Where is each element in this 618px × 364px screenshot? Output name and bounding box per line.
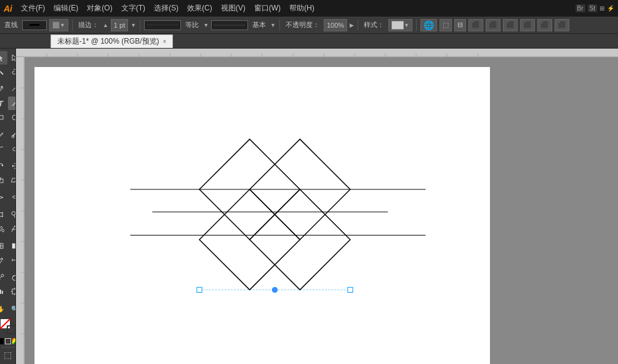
dash-dropdown[interactable]: ▼ [203, 22, 209, 28]
opacity-value-input[interactable]: 100% [324, 19, 347, 31]
svg-rect-4 [0, 116, 3, 119]
sync-icon[interactable]: ⚡ [607, 5, 614, 12]
base-pattern-btn[interactable] [211, 20, 248, 30]
perspective-grid-tool[interactable] [8, 222, 16, 235]
svg-marker-9 [12, 165, 14, 167]
selection-tool[interactable] [0, 51, 7, 65]
curvature-tool[interactable] [8, 82, 16, 96]
line-tool[interactable] [8, 97, 16, 110]
menu-effect[interactable]: 效果(C) [183, 2, 216, 15]
menu-edit[interactable]: 编辑(E) [50, 2, 82, 15]
eyedropper-tool[interactable] [0, 253, 7, 267]
direct-select-tool[interactable] [8, 51, 16, 65]
dash-label: 等比 [183, 20, 201, 30]
menu-text[interactable]: 文字(T) [118, 2, 149, 15]
app-switcher-icon[interactable]: ⊞ [600, 5, 604, 12]
mesh-tool[interactable] [0, 239, 7, 253]
tool-row-17: ✋ 🔍 [0, 302, 16, 315]
stroke-value-input[interactable]: 1 pt [111, 19, 128, 31]
align-center[interactable]: ⬛ [486, 19, 500, 31]
stroke-mode-btn[interactable] [5, 338, 11, 344]
svg-line-0 [1, 72, 3, 74]
base-label: 基本 [251, 20, 268, 30]
paint-bucket-tool[interactable] [0, 222, 7, 235]
align-left[interactable]: ⬛ [468, 19, 483, 31]
symbol-sprayer-tool[interactable] [8, 271, 16, 284]
align-top[interactable]: ⬛ [520, 19, 535, 31]
stroke-color-btn[interactable] [22, 20, 47, 30]
shear-tool[interactable] [8, 173, 16, 187]
style-label: 样式： [362, 20, 386, 30]
measure-tool[interactable] [8, 253, 16, 267]
blend-tool[interactable] [0, 271, 7, 284]
tool-row-15 [0, 271, 16, 284]
pencil-tool[interactable] [0, 128, 7, 141]
menu-help[interactable]: 帮助(H) [286, 2, 318, 15]
hand-tool[interactable]: ✋ [0, 302, 7, 315]
fill-mode-btn[interactable] [0, 338, 4, 344]
style-preview[interactable]: ▼ [388, 19, 412, 31]
width-tool[interactable] [0, 191, 7, 204]
svg-rect-14 [0, 213, 2, 216]
title-bar: Ai 文件(F) 编辑(E) 对象(O) 文字(T) 选择(S) 效果(C) 视… [0, 0, 618, 17]
rect-tool[interactable] [0, 111, 7, 124]
artboard-tool[interactable] [8, 285, 16, 298]
screen-mode-btn[interactable]: ⬚ [4, 350, 12, 360]
blob-brush-tool[interactable] [8, 142, 16, 156]
fill-color-btn[interactable]: ▼ [49, 19, 68, 31]
stroke-dropdown[interactable]: ▼ [130, 22, 136, 28]
drawing-svg [34, 67, 490, 364]
rotate-tool[interactable] [0, 159, 7, 173]
align-mid[interactable]: ⬛ [537, 19, 552, 31]
canvas-area [16, 49, 618, 364]
tab-title: 未标题-1* @ 100% (RGB/预览) [57, 36, 159, 47]
main-area: T [0, 49, 618, 364]
tool-row-5 [0, 111, 16, 124]
align-bottom[interactable]: ⬛ [555, 19, 569, 31]
brush-tool[interactable] [8, 128, 16, 141]
base-dropdown[interactable]: ▼ [270, 22, 276, 28]
handle-left[interactable] [197, 287, 202, 292]
magic-wand-tool[interactable] [0, 65, 7, 79]
opacity-right-arrow[interactable]: ▶ [350, 22, 354, 28]
text-tool[interactable]: T [0, 97, 7, 110]
menu-window[interactable]: 窗口(W) [251, 2, 284, 15]
vertical-ruler [16, 57, 25, 364]
svg-point-16 [2, 212, 3, 213]
column-graph-tool[interactable] [0, 285, 7, 298]
lasso-tool[interactable] [8, 65, 16, 79]
ellipse-tool[interactable] [8, 111, 16, 124]
dash-pattern-btn[interactable] [144, 20, 181, 30]
menu-object[interactable]: 对象(O) [83, 2, 116, 15]
web-icon-btn[interactable]: 🌐 [420, 19, 437, 31]
separator-3 [279, 20, 280, 31]
shaper-tool[interactable] [0, 142, 7, 156]
menu-select[interactable]: 选择(S) [150, 2, 182, 15]
arrange-btn2[interactable]: ⊟ [454, 19, 466, 31]
free-transform-tool[interactable] [0, 208, 7, 221]
handle-right[interactable] [348, 287, 353, 292]
tool-row-10 [0, 191, 16, 204]
tab-close-btn[interactable]: × [163, 38, 167, 45]
align-right[interactable]: ⬛ [503, 19, 518, 31]
document-tab[interactable]: 未标题-1* @ 100% (RGB/预览) × [50, 34, 173, 48]
pen-tool[interactable] [0, 82, 7, 96]
tab-bar: 未标题-1* @ 100% (RGB/预览) × [0, 34, 618, 49]
menu-bar: 文件(F) 编辑(E) 对象(O) 文字(T) 选择(S) 效果(C) 视图(V… [17, 2, 318, 15]
menu-file[interactable]: 文件(F) [17, 2, 49, 15]
scale-tool[interactable] [0, 173, 7, 187]
reflect-tool[interactable] [8, 159, 16, 173]
svg-rect-39 [0, 290, 1, 294]
bridge-icon[interactable]: Br [576, 4, 585, 12]
shape-builder-tool[interactable] [8, 208, 16, 221]
stock-icon[interactable]: St [588, 4, 597, 12]
stroke-up-arrow[interactable]: ▲ [103, 22, 108, 28]
horizontal-ruler [16, 49, 618, 57]
arrange-btn1[interactable]: ⬚ [439, 19, 452, 31]
handle-center[interactable] [272, 287, 277, 292]
tool-row-1 [0, 51, 16, 65]
gradient-tool[interactable] [8, 239, 16, 253]
warp-tool[interactable] [8, 191, 16, 204]
zoom-tool[interactable]: 🔍 [8, 302, 16, 315]
menu-view[interactable]: 视图(V) [217, 2, 249, 15]
